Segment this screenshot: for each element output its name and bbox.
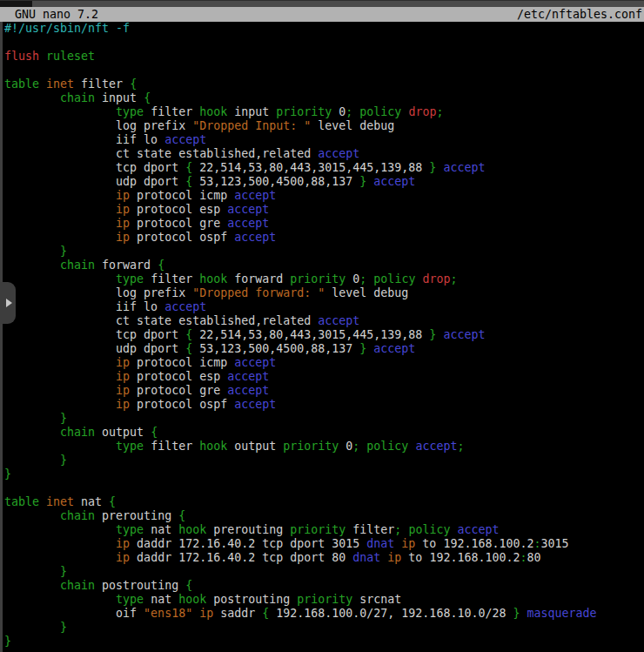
- code-line: ip daddr 172.16.40.2 tcp dport 80 dnat i…: [4, 551, 644, 565]
- code-line: ct state established,related accept: [4, 147, 644, 161]
- code-line: log prefix "Dropped forward: " level deb…: [4, 286, 644, 300]
- code-line: [4, 481, 644, 495]
- code-line: ip protocol icmp accept: [4, 189, 644, 203]
- code-line: }: [4, 467, 644, 481]
- code-line: type filter hook output priority 0; poli…: [4, 440, 644, 454]
- app-title: GNU nano 7.2: [15, 8, 98, 22]
- code-line: log prefix "Dropped Input: " level debug: [4, 119, 644, 133]
- code-line: ct state established,related accept: [4, 314, 644, 328]
- code-line: }: [4, 635, 644, 649]
- code-line: }: [4, 454, 644, 467]
- code-line: }: [4, 412, 644, 426]
- code-line: ip protocol esp accept: [4, 203, 644, 217]
- code-line: chain forward {: [4, 259, 644, 272]
- code-line: [4, 36, 644, 50]
- code-line: chain input {: [4, 91, 644, 105]
- editor-area[interactable]: #!/usr/sbin/nft -fflush rulesettable ine…: [0, 22, 644, 652]
- code-line: type filter hook forward priority 0; pol…: [4, 272, 644, 286]
- code-line: iif lo accept: [4, 300, 644, 314]
- code-line: udp dport { 53,123,500,4500,88,137 } acc…: [4, 175, 644, 189]
- code-line: #!/usr/sbin/nft -f: [4, 22, 644, 36]
- code-line: ip protocol gre accept: [4, 384, 644, 398]
- code-line: ip protocol gre accept: [4, 217, 644, 231]
- code-line: }: [4, 245, 644, 259]
- code-line: oif "ens18" ip saddr { 192.168.100.0/27,…: [4, 607, 644, 621]
- code-line: iif lo accept: [4, 133, 644, 147]
- file-path: /etc/nftables.conf: [517, 8, 642, 22]
- code-line: }: [4, 565, 644, 579]
- window-top-strip: [0, 0, 644, 7]
- code-line: ip daddr 172.16.40.2 tcp dport 3015 dnat…: [4, 537, 644, 551]
- code-line: chain prerouting {: [4, 509, 644, 523]
- code-line: [4, 64, 644, 77]
- code-line: ip protocol ospf accept: [4, 398, 644, 412]
- code-line: ip protocol ospf accept: [4, 231, 644, 245]
- code-line: flush ruleset: [4, 50, 644, 64]
- terminal-window: GNU nano 7.2 /etc/nftables.conf #!/usr/s…: [0, 0, 644, 652]
- code-line: type nat hook prerouting priority filter…: [4, 523, 644, 537]
- nano-titlebar: GNU nano 7.2 /etc/nftables.conf: [0, 7, 644, 22]
- code-line: type filter hook input priority 0; polic…: [4, 105, 644, 119]
- chevron-right-icon: [6, 299, 12, 307]
- code-line: ip protocol esp accept: [4, 370, 644, 384]
- code-line: udp dport { 53,123,500,4500,88,137 } acc…: [4, 342, 644, 356]
- code-line: tcp dport { 22,514,53,80,443,3015,445,13…: [4, 328, 644, 342]
- code-line: chain output {: [4, 426, 644, 440]
- code-line: table inet nat {: [4, 495, 644, 509]
- code-line: type nat hook postrouting priority srcna…: [4, 593, 644, 607]
- code-line: tcp dport { 22,514,53,80,443,3015,445,13…: [4, 161, 644, 175]
- code-line: ip protocol icmp accept: [4, 356, 644, 370]
- side-panel-handle[interactable]: [0, 282, 16, 324]
- code-line: chain postrouting {: [4, 579, 644, 593]
- code-line: table inet filter {: [4, 77, 644, 91]
- code-line: }: [4, 621, 644, 635]
